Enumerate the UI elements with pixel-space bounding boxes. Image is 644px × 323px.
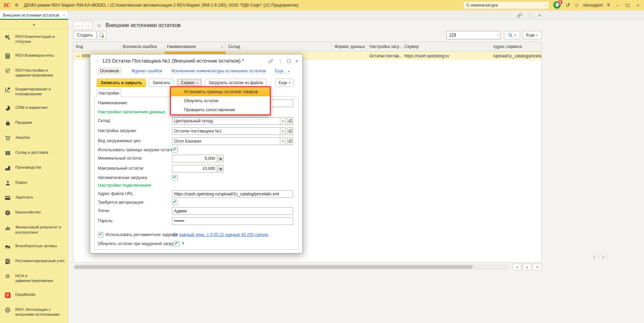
dialog-more-dots-icon[interactable]: ⋮ bbox=[278, 58, 283, 64]
dialog-favorite-star-icon[interactable]: ☆ bbox=[94, 57, 99, 64]
cell-server[interactable]: https://cash.spetstorg.ru bbox=[402, 51, 491, 60]
help-icon[interactable]: ? bbox=[182, 241, 184, 246]
sidebar-item-kaznachejstvo[interactable]: ₽ Казначейство bbox=[4, 210, 66, 216]
back-button[interactable]: ← bbox=[73, 21, 83, 30]
chevron-down-icon[interactable]: ▾ bbox=[280, 138, 285, 145]
close-form-icon[interactable]: × bbox=[538, 13, 541, 18]
menu-item-check-mapping[interactable]: Проверить сопоставление bbox=[171, 105, 270, 114]
auth-required-checkbox[interactable]: ✔ bbox=[172, 200, 178, 205]
maximize-button[interactable] bbox=[625, 3, 631, 8]
column-header-service-address[interactable]: Адрес сервиса bbox=[490, 42, 541, 51]
min-stock-field[interactable] bbox=[172, 155, 217, 162]
get-link-icon[interactable] bbox=[517, 13, 522, 18]
use-limits-checkbox[interactable]: ✔ bbox=[172, 147, 178, 153]
save-button[interactable]: Записать bbox=[149, 79, 174, 87]
chevron-down-icon[interactable]: ▾ bbox=[280, 128, 285, 135]
menu-item-zero-stock[interactable]: Обнулить остатки bbox=[171, 96, 270, 105]
sidebar-item-rdv-vzaimoraschety[interactable]: RDV:Взаиморасчеты bbox=[4, 53, 66, 59]
nav-main[interactable]: Основное bbox=[97, 67, 122, 75]
column-header-load-setting[interactable]: Настройка загр... bbox=[367, 42, 402, 51]
reset-on-fail-checkbox[interactable]: ✔ bbox=[174, 241, 179, 247]
minimize-button[interactable]: – bbox=[614, 3, 620, 8]
column-header-error[interactable]: Возникла ошибка bbox=[120, 42, 165, 51]
main-menu-icon[interactable]: ≡ bbox=[15, 2, 18, 9]
price-type-combo[interactable]: Ozon Базовая ▾ bbox=[172, 137, 286, 145]
load-setting-open-button[interactable] bbox=[287, 127, 293, 135]
favorites-star-icon[interactable]: ☆ bbox=[574, 2, 579, 8]
sidebar-item-crm[interactable]: CRM и маркетинг bbox=[4, 105, 66, 111]
schedule-link[interactable]: каждый день; с 0:00:22 каждые 43 200 сек… bbox=[179, 232, 268, 237]
history-icon[interactable]: ↺ bbox=[566, 2, 570, 8]
dialog-close-icon[interactable]: × bbox=[295, 58, 298, 64]
warehouse-open-button[interactable] bbox=[287, 117, 293, 125]
sidebar-item-finrezultat[interactable]: Финансовый результат и контроллинг bbox=[4, 225, 66, 235]
list-search-box[interactable]: × bbox=[446, 31, 501, 39]
forward-button[interactable]: → bbox=[83, 21, 92, 30]
clear-list-search-icon[interactable]: × bbox=[497, 33, 499, 37]
cell-service-address[interactable]: /upload/1c_catalog/pricetails.xml bbox=[490, 51, 541, 60]
scroll-page-up-button[interactable]: ▴ bbox=[523, 264, 532, 270]
chevron-down-icon[interactable]: ▾ bbox=[280, 118, 285, 124]
sidebar-item-nsi[interactable]: ⚙ НСИ и администрирование bbox=[4, 273, 66, 283]
clear-search-icon[interactable]: × bbox=[545, 3, 547, 7]
sidebar-item-rdv-komplektacija[interactable]: RDV:Комплектация и отгрузка bbox=[4, 34, 66, 44]
sidebar-item-rdv-integracija[interactable]: RDV: Интеграция с внешними источниками bbox=[4, 307, 66, 317]
load-from-file-button[interactable]: Загрузить остатки из файла bbox=[205, 79, 267, 87]
column-header-server[interactable]: Сервер bbox=[402, 42, 491, 51]
cell-format[interactable] bbox=[332, 51, 367, 60]
create-by-copy-button[interactable] bbox=[97, 31, 107, 39]
sidebar-item-prodazhi[interactable]: Продажи bbox=[4, 120, 66, 126]
price-type-open-button[interactable] bbox=[287, 137, 293, 145]
search-button[interactable]: ▾ bbox=[504, 31, 520, 39]
global-search-input[interactable] bbox=[470, 2, 542, 8]
column-header-format[interactable]: Формат данных bbox=[332, 42, 367, 51]
scrollbar-thumb[interactable] bbox=[74, 265, 473, 269]
scroll-left-icon[interactable]: ◂ bbox=[590, 254, 598, 260]
dialog-maximize-icon[interactable] bbox=[287, 59, 291, 64]
nav-error-log[interactable]: Журнал ошибок bbox=[131, 68, 162, 74]
scroll-page-left-button[interactable]: ◂ bbox=[512, 264, 521, 270]
more-dots-icon[interactable]: ⋮ bbox=[528, 13, 533, 18]
service-menu-icon[interactable]: ≡▾ bbox=[607, 4, 610, 7]
nav-exclusions[interactable]: Исключение номенклатуры из внешних остат… bbox=[171, 68, 266, 74]
sidebar-item-proizvodstvo[interactable]: Производство bbox=[4, 165, 66, 171]
sidebar-item-zakupki[interactable]: Закупки bbox=[4, 135, 66, 141]
tab-close-icon[interactable]: × bbox=[63, 13, 65, 17]
sidebar-item-vneoborotnye[interactable]: Внеоборотные активы bbox=[4, 243, 66, 250]
save-and-close-button[interactable]: Записать и закрыть bbox=[97, 79, 146, 87]
auto-load-checkbox[interactable]: ✔ bbox=[172, 175, 178, 180]
scroll-page-down-button[interactable]: ▾ bbox=[533, 264, 542, 270]
calculator-button[interactable]: ▦ bbox=[218, 165, 223, 172]
tab-settings[interactable]: Настройки bbox=[97, 89, 121, 97]
sidebar-item-kadry[interactable]: Кадры bbox=[4, 180, 66, 186]
sidebar-item-reglament-uchet[interactable]: Регламентированный учет bbox=[4, 258, 66, 265]
sidebar-collapse-button[interactable]: ▲ bbox=[0, 20, 68, 29]
calculator-button[interactable]: ▦ bbox=[218, 155, 223, 162]
password-field[interactable] bbox=[172, 217, 293, 225]
service-menu-button[interactable]: Сервис▾ bbox=[177, 79, 202, 87]
column-header-warehouse[interactable]: Склад bbox=[226, 42, 332, 51]
scroll-right-icon[interactable]: ▸ bbox=[599, 254, 608, 260]
scheduled-job-checkbox[interactable]: ✔ bbox=[98, 232, 103, 237]
cell-load-setting[interactable]: Остатки постав... bbox=[367, 51, 402, 60]
nav-more[interactable]: Еще... ▾ bbox=[275, 68, 290, 74]
sidebar-item-datamobile[interactable]: d DataMobile bbox=[4, 292, 66, 298]
column-header-code[interactable]: Код bbox=[73, 42, 120, 51]
horizontal-scrollbar[interactable] bbox=[73, 265, 509, 269]
dialog-more-button[interactable]: Еще▾ bbox=[275, 79, 294, 87]
dialog-link-icon[interactable] bbox=[268, 59, 273, 64]
sidebar-item-budzhetirovanie[interactable]: Бюджетирование и планирование bbox=[4, 87, 66, 97]
column-header-name[interactable]: Наименование↓ bbox=[165, 42, 226, 51]
menu-item-set-stock-limits[interactable]: Установить границы остатков товаров bbox=[171, 87, 270, 96]
list-search-input[interactable] bbox=[448, 32, 495, 38]
sidebar-item-sklad[interactable]: Склад и доставка bbox=[4, 150, 66, 156]
file-url-field[interactable] bbox=[172, 190, 293, 198]
create-button[interactable]: Создать bbox=[73, 31, 97, 39]
max-stock-field[interactable] bbox=[172, 165, 217, 172]
warehouse-combo[interactable]: Центральный склад ▾ bbox=[172, 117, 286, 125]
list-more-button[interactable]: Еще▾ bbox=[523, 31, 542, 39]
favorite-star-icon[interactable]: ★ bbox=[96, 22, 102, 30]
tab-external-stock-sources[interactable]: Внешние источники остатков × bbox=[0, 10, 68, 20]
close-window-button[interactable]: × bbox=[635, 3, 641, 8]
sidebar-item-zarplata[interactable]: Зарплата bbox=[4, 195, 66, 201]
